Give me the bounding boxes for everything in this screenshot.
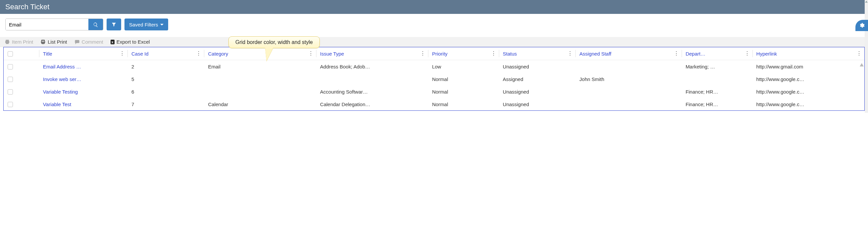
column-header-label: Issue Type [320, 51, 344, 57]
select-all-header [4, 47, 39, 60]
item-print-button: Item Print [5, 39, 33, 45]
column-header-category[interactable]: Category⋮ [204, 47, 316, 60]
row-checkbox[interactable] [8, 102, 13, 107]
search-button[interactable] [88, 19, 103, 30]
filter-row: Saved Filters [0, 14, 868, 37]
cell-issue_type: Calendar Delegation… [316, 98, 428, 110]
column-menu-icon[interactable]: ⋮ [420, 51, 425, 56]
column-header-label: Hyperlink [756, 51, 777, 57]
svg-rect-6 [75, 40, 79, 43]
column-menu-icon[interactable]: ⋮ [857, 51, 862, 56]
column-menu-icon[interactable]: ⋮ [308, 51, 313, 56]
filter-button[interactable] [106, 19, 121, 30]
page-scrollbar[interactable] [865, 0, 868, 113]
cell-issue_type [316, 73, 428, 85]
cell-category: Calendar [204, 98, 316, 110]
column-header-hyperlink[interactable]: Hyperlink⋮ [752, 47, 864, 60]
callout-text: Grid border color, width and style [236, 39, 313, 45]
list-print-button[interactable]: List Print [40, 39, 67, 45]
cell-department: Finance; HR… [682, 85, 752, 98]
cell-priority: Normal [428, 85, 499, 98]
excel-icon: x [111, 40, 115, 44]
cell-department [682, 73, 752, 85]
comment-icon [74, 39, 80, 45]
cell-case_id: 2 [127, 60, 204, 73]
cell-category [204, 73, 316, 85]
table-row: Variable Test7CalendarCalendar Delegatio… [4, 98, 864, 110]
export-excel-button[interactable]: x Export to Excel [111, 39, 150, 45]
column-header-status[interactable]: Status⋮ [499, 47, 576, 60]
column-header-label: Case Id [131, 51, 149, 57]
cell-case_id: 7 [127, 98, 204, 110]
chevron-down-icon [160, 24, 163, 26]
column-menu-icon[interactable]: ⋮ [745, 51, 750, 56]
column-header-label: Title [43, 51, 52, 57]
column-menu-icon[interactable]: ⋮ [120, 51, 125, 56]
table-row: Invoke web ser…5NormalAssignedJohn Smith… [4, 73, 864, 85]
column-menu-icon[interactable]: ⋮ [567, 51, 573, 56]
annotation-callout: Grid border color, width and style [228, 36, 320, 48]
table-row: Email Address …2EmailAddress Book; Adob…… [4, 60, 864, 73]
saved-filters-button[interactable]: Saved Filters [124, 19, 168, 30]
column-menu-icon[interactable]: ⋮ [196, 51, 201, 56]
cell-category: Email [204, 60, 316, 73]
cell-title[interactable]: Email Address … [39, 60, 127, 73]
column-header-assigned_staff[interactable]: Assigned Staff⋮ [576, 47, 682, 60]
comment-button: Comment [74, 39, 103, 45]
column-header-label: Status [503, 51, 517, 57]
gear-icon [859, 23, 865, 28]
column-header-department[interactable]: Depart…⋮ [682, 47, 752, 60]
cell-priority: Normal [428, 73, 499, 85]
cell-hyperlink: http://www.google.c… [752, 85, 864, 98]
grid-body: Email Address …2EmailAddress Book; Adob…… [4, 60, 864, 111]
column-header-priority[interactable]: Priority⋮ [428, 47, 499, 60]
print-icon [40, 39, 46, 45]
table-row: Variable Testing6Accounting Softwar…Norm… [4, 85, 864, 98]
cell-status: Unassigned [499, 85, 576, 98]
cell-status: Assigned [499, 73, 576, 85]
grid-header-row: Title⋮Case Id⋮Category⋮Issue Type⋮Priori… [4, 47, 864, 60]
saved-filters-label: Saved Filters [129, 22, 158, 28]
cell-assigned_staff [576, 60, 682, 73]
column-header-issue_type[interactable]: Issue Type⋮ [316, 47, 428, 60]
cell-assigned_staff [576, 98, 682, 110]
scroll-up-icon[interactable] [860, 63, 864, 66]
cell-department: Marketing; … [682, 60, 752, 73]
svg-rect-2 [6, 42, 9, 44]
cell-department: Finance; HR… [682, 98, 752, 110]
cell-assigned_staff [576, 85, 682, 98]
scroll-up-icon [865, 1, 868, 3]
ticket-grid: Title⋮Case Id⋮Category⋮Issue Type⋮Priori… [4, 47, 864, 110]
column-header-label: Depart… [686, 51, 706, 57]
cell-case_id: 5 [127, 73, 204, 85]
column-header-case_id[interactable]: Case Id⋮ [127, 47, 204, 60]
cell-title[interactable]: Variable Test [39, 98, 127, 110]
grid-container: Title⋮Case Id⋮Category⋮Issue Type⋮Priori… [3, 47, 865, 111]
column-header-label: Priority [432, 51, 447, 57]
cell-title[interactable]: Invoke web ser… [39, 73, 127, 85]
search-icon [93, 22, 98, 28]
print-icon [5, 39, 10, 45]
page-title: Search Ticket [5, 3, 49, 11]
cell-issue_type: Address Book; Adob… [316, 60, 428, 73]
column-header-title[interactable]: Title⋮ [39, 47, 127, 60]
cell-status: Unassigned [499, 60, 576, 73]
cell-issue_type: Accounting Softwar… [316, 85, 428, 98]
cell-title[interactable]: Variable Testing [39, 85, 127, 98]
column-menu-icon[interactable]: ⋮ [491, 51, 496, 56]
row-checkbox[interactable] [8, 89, 13, 95]
search-box [5, 19, 103, 30]
cell-assigned_staff: John Smith [576, 73, 682, 85]
funnel-icon [111, 22, 117, 27]
grid-toolbar: Item Print List Print Comment x Export t… [0, 37, 868, 47]
search-input[interactable] [6, 19, 88, 30]
row-checkbox[interactable] [8, 64, 13, 69]
cell-status: Unassigned [499, 98, 576, 110]
row-checkbox[interactable] [8, 77, 13, 82]
cell-category [204, 85, 316, 98]
cell-case_id: 6 [127, 85, 204, 98]
cell-priority: Normal [428, 98, 499, 110]
column-menu-icon[interactable]: ⋮ [674, 51, 679, 56]
select-all-checkbox[interactable] [8, 51, 13, 57]
page-header: Search Ticket [0, 0, 868, 14]
